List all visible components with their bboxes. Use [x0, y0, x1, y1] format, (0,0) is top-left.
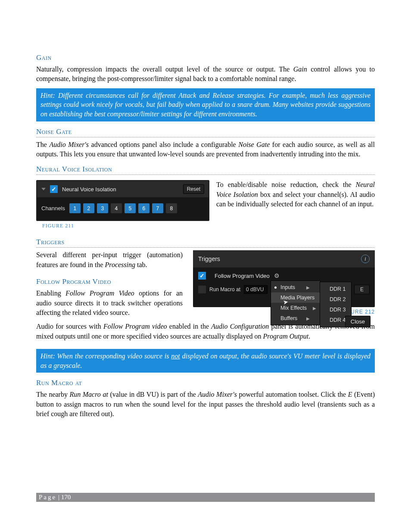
text: The	[36, 141, 49, 148]
text: powerful automation toolset. Click the	[237, 391, 348, 398]
chevron-right-icon: ▶	[306, 285, 310, 290]
text-italic: Noise Gate	[238, 141, 270, 148]
text-italic: Gain	[293, 65, 307, 73]
text: To enable/disable noise reduction, check…	[216, 181, 356, 188]
channel-8-button[interactable]: 8	[166, 203, 177, 213]
menu2-item[interactable]: DDR 3	[320, 305, 351, 315]
text-italic: Follow Program Video	[65, 289, 134, 297]
text: tab.	[135, 261, 147, 268]
channel-1-button[interactable]: 1	[69, 203, 81, 213]
figure-211-caption: FIGURE 211	[42, 223, 209, 229]
heading-triggers: Triggers	[36, 238, 375, 248]
db-value-field[interactable]: 0 dBVU	[244, 285, 268, 294]
heading-gain: Gain	[36, 53, 375, 62]
text-italic: Processing	[105, 261, 135, 268]
chevron-right-icon: ▶	[313, 306, 316, 311]
para-follow-1: Enabling Follow Program Video options fo…	[36, 289, 183, 317]
text-italic: Run Macro at	[69, 391, 108, 398]
follow-video-checkbox[interactable]: ✓	[198, 272, 206, 280]
menu1-item[interactable]: Media Players▶	[271, 292, 320, 303]
heading-nvi: Neural Voice Isolation	[36, 165, 375, 175]
hint-box-1: Hint: Different circumstances call for d…	[36, 88, 375, 121]
chevron-down-icon	[41, 188, 46, 190]
menu2-item[interactable]: DDR 2	[320, 294, 351, 305]
text-italic: Audio Mixer's	[49, 141, 89, 148]
footer-page-label: Page	[39, 494, 56, 501]
channel-7-button[interactable]: 7	[152, 203, 163, 213]
channel-4-button[interactable]: 4	[111, 203, 122, 213]
nvi-panel: ✓ Neural Voice Isolation Reset Channels …	[36, 180, 209, 221]
nvi-checkbox[interactable]: ✓	[50, 185, 58, 193]
channel-2-button[interactable]: 2	[83, 203, 94, 213]
chevron-right-icon: ▶	[306, 316, 310, 321]
menu-item-label: Mix Effects	[280, 305, 307, 311]
heading-noise-gate: Noise Gate	[36, 128, 375, 137]
text-underline: not	[171, 352, 180, 360]
channel-3-button[interactable]: 3	[97, 203, 108, 213]
channel-5-button[interactable]: 5	[125, 203, 136, 213]
text: .	[308, 333, 310, 340]
text: Enabling	[36, 289, 65, 297]
footer-sep: |	[56, 494, 61, 501]
nvi-title: Neural Voice Isolation	[62, 186, 116, 193]
hint-box-2: Hint: When the corresponding video sourc…	[36, 349, 375, 373]
para-triggers: Several different per-input trigger (aut…	[36, 250, 183, 270]
text-italic: Program Output	[263, 333, 309, 340]
heading-run-macro: Run Macro at	[36, 379, 375, 387]
para-run-macro: The nearby Run Macro at (value in dB VU)…	[36, 390, 375, 419]
info-icon[interactable]: i	[361, 255, 370, 263]
run-macro-checkbox[interactable]	[198, 286, 206, 293]
run-macro-label: Run Macro at	[209, 286, 240, 292]
menu1-item[interactable]: Inputs▶	[271, 282, 320, 292]
menu-item-label: Buffers	[280, 315, 297, 321]
text: Audio for sources with	[36, 323, 103, 330]
menu-item-label: Inputs	[280, 284, 295, 290]
radio-dot-icon	[274, 286, 277, 289]
text-italic: E	[348, 391, 352, 398]
close-button[interactable]: Close	[345, 316, 371, 327]
reset-button[interactable]: Reset	[183, 184, 204, 194]
menu1-item[interactable]: Buffers▶	[271, 313, 320, 324]
text: enabled in the	[167, 323, 212, 330]
menu-item-label: Media Players	[280, 295, 314, 301]
triggers-header: Triggers i	[193, 250, 375, 268]
triggers-title: Triggers	[198, 255, 220, 262]
channel-6-button[interactable]: 6	[138, 203, 149, 213]
nvi-header[interactable]: ✓ Neural Voice Isolation Reset	[37, 181, 209, 197]
page-footer: Page | 170	[36, 493, 375, 502]
text: Naturally, compression impacts the overa…	[36, 65, 293, 73]
text-italic: Audio Mixer's	[198, 391, 237, 398]
menu-level1: Inputs▶Media Players▶Mix Effects▶Buffers…	[271, 280, 321, 325]
event-button[interactable]: E	[354, 285, 370, 294]
follow-video-label: Follow Program Video	[215, 273, 270, 279]
triggers-panel: Triggers i ✓ Follow Program Video ⚙ Run …	[193, 250, 375, 307]
text: (value in dB VU) is part of the	[108, 391, 198, 398]
text-italic: Follow Program video	[103, 323, 167, 330]
gear-icon[interactable]: ⚙	[274, 272, 280, 279]
para-nvi-right: To enable/disable noise reduction, check…	[216, 180, 375, 209]
menu2-item[interactable]: DDR 1	[320, 284, 351, 294]
menu1-item[interactable]: Mix Effects▶	[271, 303, 320, 313]
footer-page-num: 170	[61, 494, 71, 501]
para-gain: Naturally, compression impacts the overa…	[36, 65, 375, 84]
text: advanced options panel also include a co…	[89, 141, 238, 148]
text: Hint: When the corresponding video sourc…	[40, 352, 171, 360]
channels-label: Channels	[41, 205, 65, 212]
para-noise-gate: The Audio Mixer's advanced options panel…	[36, 140, 375, 159]
text-italic: Audio Configuration	[211, 323, 269, 330]
text: The nearby	[36, 391, 69, 398]
